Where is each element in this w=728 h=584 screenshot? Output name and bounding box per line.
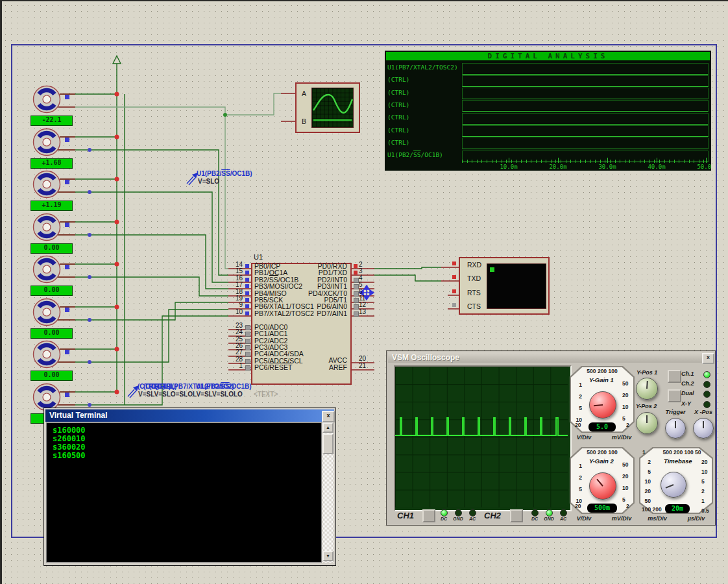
coupling-led: DC <box>437 509 450 521</box>
encoder-value: +1.68 <box>30 158 73 169</box>
da-channel-label: (CTRL) <box>387 89 409 96</box>
app-edge-top <box>0 0 728 1</box>
da-channel-label: U1(PB7/XTAL2/TOSC2) <box>387 64 458 71</box>
encoder-body-icon[interactable] <box>32 255 61 284</box>
da-major-tick <box>607 158 608 163</box>
terminal-line: s160500 <box>53 452 321 460</box>
ygain1-knob[interactable] <box>589 391 616 419</box>
encoder-body-icon[interactable] <box>32 213 61 241</box>
da-tick-label: 20.0m <box>544 164 572 170</box>
scroll-up-icon[interactable]: ▲ <box>322 422 334 433</box>
ypos1-label: Y-Pos 1 <box>637 369 657 376</box>
xpos-knob[interactable] <box>693 418 714 439</box>
terminal-pin-label: CTS <box>467 302 481 310</box>
encoder-value: 0.00 <box>30 286 73 296</box>
ygain2-knob[interactable] <box>589 472 616 500</box>
digital-analysis-title: DIGITAL ANALYSIS <box>386 52 710 60</box>
pin-state-square <box>245 325 250 330</box>
ch2-label: CH2 <box>484 511 501 520</box>
encoder-value: 0.00 <box>30 371 73 381</box>
knob-pointer <box>596 479 603 487</box>
terminal-part-screen <box>487 263 546 309</box>
da-trace-row <box>462 63 709 75</box>
scope-part[interactable]: A B <box>295 82 360 133</box>
oscilloscope-titlebar[interactable]: VSM Oscilloscope <box>388 352 714 363</box>
scroll-down-icon[interactable]: ▼ <box>322 551 334 561</box>
terminal-output[interactable]: s160000s260010s360020s160500 <box>46 422 322 563</box>
scrollbar-thumb[interactable] <box>322 433 334 454</box>
oscilloscope-window[interactable]: VSM Oscilloscope x 500 200 100 Y-Gain 1 … <box>386 350 716 526</box>
coupling-led: AC <box>466 509 479 521</box>
pin-state-square <box>245 298 249 302</box>
scope-part-waveform <box>312 88 353 127</box>
da-channel-label: (CTRL) <box>387 127 409 134</box>
ygain1-panel: 500 200 100 Y-Gain 1 12510 5020105 20 2 … <box>570 366 635 433</box>
ch-select-button[interactable] <box>668 370 681 383</box>
xpos-label: X -Pos <box>690 409 717 415</box>
da-tick-label: 40.0m <box>642 164 671 170</box>
pin-state-square <box>354 271 358 274</box>
pin-state-square <box>245 284 249 288</box>
digital-analysis-panel[interactable]: DIGITAL ANALYSIS U1(PB7/XTAL2/TOSC2)(CTR… <box>385 51 711 171</box>
encoder-body-icon[interactable] <box>32 298 61 326</box>
knob-pointer <box>646 381 648 389</box>
oscilloscope-screen[interactable] <box>395 367 568 507</box>
pin-state-square <box>354 298 359 303</box>
pin-state-square <box>245 352 250 357</box>
pin-state-square <box>245 291 249 295</box>
pin-state-square <box>245 339 250 344</box>
pin-state-square <box>245 311 249 315</box>
terminal-pin-label: TXD <box>467 274 481 282</box>
terminal-pin-label: RXD <box>467 261 481 269</box>
encoder-body-icon[interactable] <box>32 340 61 369</box>
da-tick-label: 50.0m <box>692 164 711 170</box>
virtual-terminal-window[interactable]: Virtual Terminal x s160000s260010s360020… <box>43 408 336 566</box>
scope-pin-b: B <box>302 117 306 125</box>
da-major-tick <box>509 158 509 163</box>
virtual-terminal-titlebar[interactable]: Virtual Terminal <box>45 409 334 422</box>
scrollbar[interactable]: ▲ ▼ <box>322 422 334 563</box>
pin-state-square <box>354 311 359 317</box>
probe-value: V=SLO <box>198 178 219 185</box>
timebase-title: Timebase <box>664 457 692 465</box>
encoder-body-icon[interactable] <box>32 128 61 156</box>
trigger-knob[interactable] <box>665 418 686 439</box>
da-channel-label: (CTRL) <box>387 114 409 121</box>
ygain1-readout: 5.0 <box>588 422 616 432</box>
pin-state-square <box>245 271 249 274</box>
terminal-line: s260010 <box>53 435 321 443</box>
pin-state-square <box>245 359 250 364</box>
led-icon <box>531 509 539 517</box>
mode-select-button[interactable] <box>668 389 681 402</box>
ygain1-top-scale: 500 200 100 <box>579 368 625 374</box>
close-icon[interactable]: x <box>702 353 714 364</box>
knob-pointer <box>703 421 704 428</box>
probe-label: U1(PB2/SS/OC1B) <box>197 170 252 177</box>
ygain2-top-scale: 500 200 100 <box>579 449 625 456</box>
timebase-knob[interactable] <box>661 472 686 498</box>
encoder-body-icon[interactable] <box>32 85 61 114</box>
da-tick-label: 10.0m <box>494 164 523 170</box>
encoder-body-icon[interactable] <box>32 383 61 411</box>
da-channel-label: U1(PB2/SS/OC1B) <box>387 151 443 158</box>
trigger-label: Trigger <box>662 409 689 415</box>
ch2-coupling-button[interactable] <box>510 509 523 522</box>
encoder-body-icon[interactable] <box>32 170 61 199</box>
da-trace-row <box>462 100 709 112</box>
led-icon <box>469 509 476 517</box>
terminal-part[interactable]: RXDTXDRTSCTS <box>459 257 550 315</box>
timebase-top-scale: 500 200 100 50 <box>653 449 710 456</box>
led-icon <box>455 509 462 517</box>
ch1-label: CH1 <box>397 511 414 520</box>
close-icon[interactable]: x <box>322 411 335 422</box>
text-placeholder: <TEXT> <box>254 391 278 398</box>
virtual-terminal-title: Virtual Terminal <box>49 411 108 420</box>
ypos2-knob[interactable] <box>636 412 658 434</box>
pin-state-square <box>245 264 249 268</box>
coupling-led: AC <box>557 509 570 521</box>
pin-state-square <box>245 304 249 308</box>
app-edge-left <box>0 0 2 584</box>
ypos1-knob[interactable] <box>636 378 658 400</box>
ch1-coupling-button[interactable] <box>422 509 435 522</box>
da-tick-label: 30.0m <box>593 164 622 170</box>
